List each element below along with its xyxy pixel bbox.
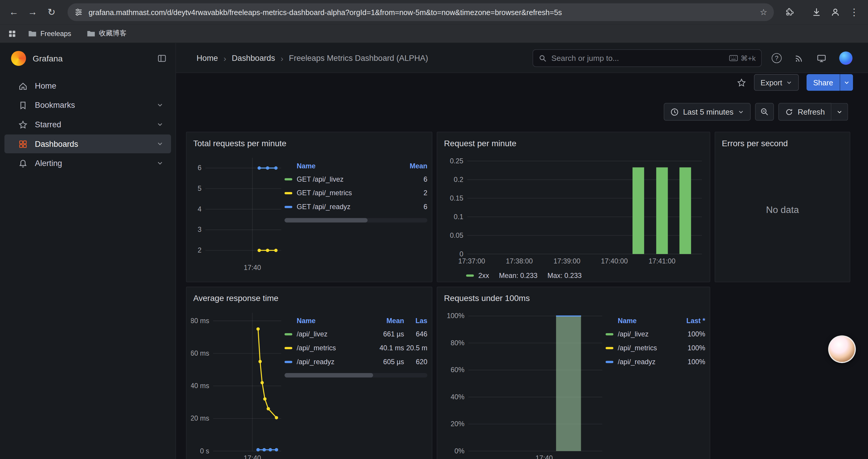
- user-avatar-button[interactable]: [839, 52, 852, 65]
- search-input[interactable]: Search or jump to... ⌘+k: [533, 49, 762, 67]
- browser-menu-icon[interactable]: ⋮: [846, 4, 862, 21]
- bookmark-folder-freeleaps[interactable]: Freeleaps: [24, 28, 75, 39]
- avg-response-time-chart: 80 ms60 ms40 ms20 ms0 s17:40: [191, 308, 284, 459]
- grafana-logo[interactable]: [11, 51, 26, 66]
- refresh-icon: [785, 107, 793, 116]
- grafana-sidebar: Grafana Home Bookmarks: [0, 43, 176, 459]
- legend-header-last[interactable]: Last *: [677, 317, 705, 325]
- svg-text:60 ms: 60 ms: [191, 350, 209, 357]
- series-name: /api/_livez: [297, 330, 327, 338]
- address-bar[interactable]: grafana.mathmast.com/d/deytv4rwavabkb/fr…: [68, 3, 774, 21]
- legend-row: GET /api/_readyz 6: [284, 200, 427, 214]
- zoom-out-icon: [760, 107, 769, 117]
- dashboard-content: Export Share Last 5 minutes: [176, 73, 868, 459]
- bookmark-star-icon[interactable]: ☆: [760, 7, 767, 17]
- downloads-icon[interactable]: [808, 4, 825, 21]
- series-last: 620: [404, 358, 428, 365]
- site-settings-icon[interactable]: [74, 8, 83, 17]
- series-swatch: [606, 333, 613, 335]
- url-text[interactable]: grafana.mathmast.com/d/deytv4rwavabkb/fr…: [89, 8, 754, 16]
- svg-text:0.15: 0.15: [450, 194, 464, 202]
- dock-menu-icon[interactable]: [157, 54, 167, 63]
- series-mean: 2: [397, 189, 428, 197]
- panel-title[interactable]: Average response time: [186, 287, 432, 308]
- dashboards-grid-icon: [18, 139, 28, 149]
- sidebar-nav: Home Bookmarks Starred: [0, 73, 176, 172]
- legend-row: /api/_livez 661 µs 646: [284, 327, 427, 341]
- legend-scrollbar[interactable]: [284, 373, 427, 378]
- legend-header-name[interactable]: Name: [284, 162, 396, 170]
- legend-row: GET /api/_livez 6: [284, 172, 427, 186]
- breadcrumb-dashboards[interactable]: Dashboards: [232, 54, 275, 63]
- sidebar-item-dashboards[interactable]: Dashboards: [4, 134, 171, 153]
- export-button[interactable]: Export: [754, 74, 799, 91]
- scrollbar-thumb[interactable]: [284, 373, 373, 378]
- svg-text:60%: 60%: [451, 366, 464, 374]
- share-button[interactable]: Share: [807, 74, 840, 91]
- panel-title[interactable]: Errors per second: [715, 132, 850, 153]
- profile-icon[interactable]: [827, 4, 843, 21]
- svg-text:0%: 0%: [454, 447, 464, 455]
- series-name[interactable]: 2xx: [478, 272, 489, 280]
- browser-toolbar: ← → ↻ grafana.mathmast.com/d/deytv4rwava…: [0, 0, 868, 24]
- legend-scrollbar[interactable]: [284, 218, 427, 222]
- panel-title[interactable]: Requests under 100ms: [437, 287, 710, 308]
- series-last: 20.5 m: [404, 344, 428, 352]
- svg-text:3: 3: [198, 226, 202, 233]
- sidebar-item-label: Bookmarks: [35, 101, 75, 109]
- sidebar-item-bookmarks[interactable]: Bookmarks: [4, 96, 171, 114]
- series-last: 100%: [677, 330, 705, 338]
- series-name: /api/_metrics: [618, 344, 657, 352]
- svg-text:0 s: 0 s: [200, 447, 209, 455]
- refresh-interval-caret[interactable]: [831, 103, 848, 121]
- search-icon: [538, 54, 547, 62]
- chevron-down-icon[interactable]: [157, 140, 163, 147]
- help-icon[interactable]: ?: [772, 53, 782, 63]
- panel-title[interactable]: Request per minute: [437, 132, 710, 153]
- apps-grid-icon[interactable]: [8, 29, 17, 38]
- forward-button[interactable]: →: [24, 4, 41, 21]
- request-per-minute-chart: 0.250.20.150.10.05017:37:0017:38:0017:39…: [442, 153, 705, 267]
- time-range-picker[interactable]: Last 5 minutes: [663, 103, 750, 121]
- sidebar-item-alerting[interactable]: Alerting: [4, 154, 171, 173]
- scrollbar-thumb[interactable]: [284, 218, 367, 222]
- chevron-down-icon[interactable]: [157, 121, 163, 128]
- sidebar-item-home[interactable]: Home: [4, 76, 171, 95]
- series-mean: 661 µs: [363, 330, 404, 338]
- series-swatch: [284, 205, 292, 208]
- monitor-icon[interactable]: [816, 54, 827, 63]
- topnav-icons: ?: [772, 43, 852, 73]
- series-last: 100%: [677, 358, 705, 365]
- panel-title[interactable]: Total requests per minute: [186, 132, 432, 153]
- legend-row: /api/_readyz 605 µs 620: [284, 355, 427, 369]
- svg-text:40 ms: 40 ms: [191, 382, 209, 390]
- sidebar-item-starred[interactable]: Starred: [4, 115, 171, 134]
- folder-icon: [28, 30, 37, 37]
- bookmark-label: Freeleaps: [40, 30, 71, 37]
- refresh-button[interactable]: Refresh: [778, 103, 831, 121]
- back-button[interactable]: ←: [6, 4, 22, 21]
- svg-text:5: 5: [198, 185, 202, 192]
- sidebar-item-label: Dashboards: [35, 139, 78, 148]
- rss-icon[interactable]: [795, 54, 804, 63]
- svg-text:17:39:00: 17:39:00: [554, 257, 581, 265]
- legend-header-last[interactable]: Las: [404, 317, 428, 325]
- floating-assistant-avatar[interactable]: [828, 335, 856, 363]
- legend-header-mean[interactable]: Mean: [397, 162, 428, 170]
- svg-text:17:40: 17:40: [244, 264, 261, 271]
- svg-text:0.2: 0.2: [454, 176, 464, 184]
- bookmark-folder-blogs[interactable]: 收藏博客: [83, 27, 130, 40]
- zoom-out-button[interactable]: [755, 103, 774, 121]
- chevron-down-icon[interactable]: [157, 160, 163, 167]
- reload-button[interactable]: ↻: [43, 4, 60, 21]
- legend-header-name[interactable]: Name: [606, 317, 677, 325]
- extensions-icon[interactable]: [782, 4, 798, 21]
- legend-header-mean[interactable]: Mean: [363, 317, 404, 325]
- svg-text:17:40: 17:40: [244, 454, 261, 459]
- legend-header-name[interactable]: Name: [284, 317, 363, 325]
- breadcrumb-home[interactable]: Home: [196, 54, 218, 63]
- sidebar-item-label: Starred: [35, 120, 61, 129]
- share-menu-caret[interactable]: [840, 74, 853, 91]
- chevron-down-icon[interactable]: [157, 102, 163, 108]
- favorite-star-icon[interactable]: [737, 78, 746, 87]
